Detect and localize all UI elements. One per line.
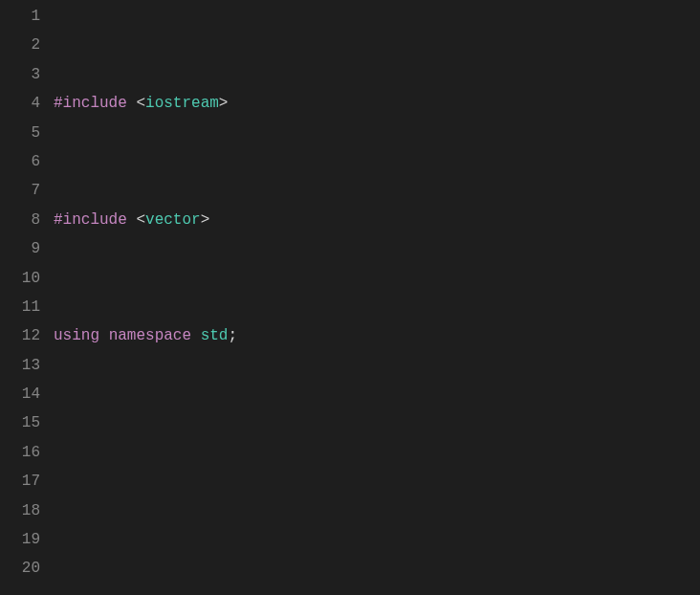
line-number: 8 (0, 206, 40, 234)
header-token: iostream (145, 89, 219, 118)
code-area[interactable]: #include <iostream> #include <vector> us… (54, 2, 700, 595)
code-line[interactable]: using namespace std; (54, 321, 700, 350)
code-line[interactable] (54, 554, 700, 583)
line-number: 13 (0, 351, 40, 380)
line-number-gutter: 1 2 3 4 5 6 7 8 9 10 11 12 13 14 15 16 1… (0, 2, 54, 595)
line-number: 9 (0, 234, 40, 263)
line-number: 5 (0, 119, 40, 147)
line-number: 20 (0, 554, 40, 583)
line-number: 18 (0, 496, 40, 525)
line-number: 1 (0, 2, 40, 31)
code-editor[interactable]: 1 2 3 4 5 6 7 8 9 10 11 12 13 14 15 16 1… (0, 0, 700, 595)
code-line[interactable]: #include <iostream> (54, 89, 700, 118)
line-number: 16 (0, 438, 40, 467)
code-line[interactable]: #include <vector> (54, 206, 700, 234)
line-number: 17 (0, 467, 40, 496)
line-number: 11 (0, 293, 40, 321)
line-number: 10 (0, 264, 40, 293)
line-number: 3 (0, 60, 40, 89)
namespace-token: std (201, 321, 229, 350)
line-number: 19 (0, 525, 40, 554)
preprocessor-token: #include (54, 89, 127, 118)
line-number: 15 (0, 408, 40, 437)
line-number: 2 (0, 31, 40, 59)
line-number: 6 (0, 147, 40, 176)
line-number: 4 (0, 89, 40, 118)
code-line[interactable] (54, 438, 700, 467)
keyword-token: namespace (109, 321, 191, 350)
preprocessor-token: #include (54, 206, 127, 234)
header-token: vector (145, 206, 201, 234)
line-number: 14 (0, 380, 40, 408)
keyword-token: using (54, 321, 99, 350)
line-number: 12 (0, 321, 40, 350)
line-number: 7 (0, 176, 40, 205)
